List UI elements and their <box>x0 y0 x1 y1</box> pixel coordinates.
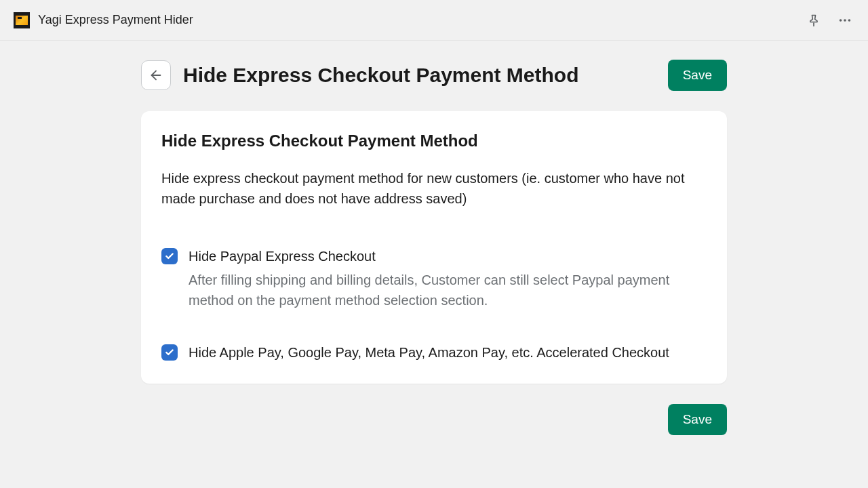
svg-point-1 <box>844 19 846 22</box>
card-description: Hide express checkout payment method for… <box>161 168 707 209</box>
app-title: Yagi Express Payment Hider <box>38 13 193 27</box>
more-horizontal-icon <box>837 13 852 28</box>
option-help: After filling shipping and billing detai… <box>189 270 707 310</box>
option-label: Hide Apple Pay, Google Pay, Meta Pay, Am… <box>189 343 707 362</box>
option-label: Hide Paypal Express Checkout <box>189 247 707 266</box>
checkbox-accelerated[interactable] <box>161 344 178 361</box>
option-body: Hide Paypal Express Checkout After filli… <box>189 247 707 310</box>
option-paypal: Hide Paypal Express Checkout After filli… <box>161 247 707 310</box>
pin-button[interactable] <box>804 11 823 30</box>
card-title: Hide Express Checkout Payment Method <box>161 131 707 150</box>
page-header: Hide Express Checkout Payment Method Sav… <box>141 60 727 91</box>
footer: Save <box>141 404 727 435</box>
page-title: Hide Express Checkout Payment Method <box>183 64 656 87</box>
svg-point-2 <box>848 19 851 22</box>
arrow-left-icon <box>149 68 163 83</box>
back-button[interactable] <box>141 60 171 90</box>
svg-point-0 <box>840 19 842 22</box>
pin-icon <box>807 14 821 27</box>
check-icon <box>165 251 174 261</box>
option-accelerated: Hide Apple Pay, Google Pay, Meta Pay, Am… <box>161 343 707 362</box>
save-button-top[interactable]: Save <box>668 60 727 91</box>
more-button[interactable] <box>835 11 854 30</box>
save-button-bottom[interactable]: Save <box>668 404 727 435</box>
option-body: Hide Apple Pay, Google Pay, Meta Pay, Am… <box>189 343 707 362</box>
settings-card: Hide Express Checkout Payment Method Hid… <box>141 111 727 384</box>
topbar-right <box>804 11 854 30</box>
topbar: Yagi Express Payment Hider <box>0 0 868 41</box>
topbar-left: Yagi Express Payment Hider <box>14 12 193 28</box>
content: Hide Express Checkout Payment Method Sav… <box>141 41 727 435</box>
check-icon <box>165 348 174 357</box>
checkbox-paypal[interactable] <box>161 248 178 264</box>
app-icon <box>14 12 30 28</box>
